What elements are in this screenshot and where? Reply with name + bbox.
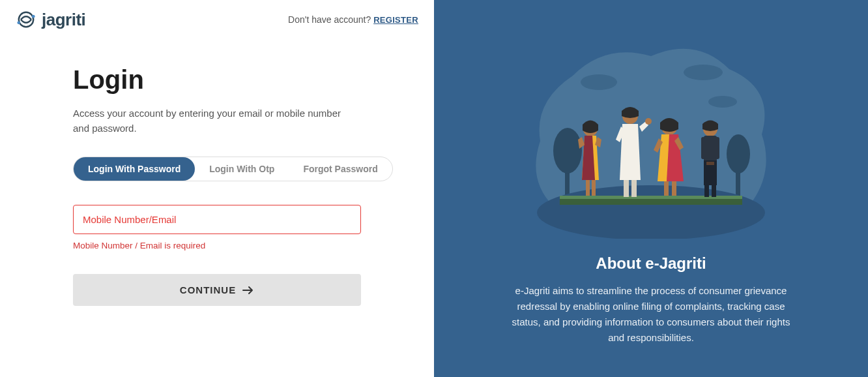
- jagriti-logo-icon: [16, 9, 36, 30]
- about-description: e-Jagriti aims to streamline the process…: [508, 283, 794, 346]
- svg-point-4: [684, 65, 723, 80]
- svg-rect-18: [631, 180, 637, 197]
- continue-label: CONTINUE: [180, 284, 236, 295]
- register-link[interactable]: REGISTER: [373, 15, 418, 25]
- svg-rect-26: [704, 185, 709, 197]
- arrow-right-icon: [242, 286, 254, 295]
- info-panel: About e-Jagriti e-Jagriti aims to stream…: [434, 0, 868, 377]
- svg-rect-29: [716, 137, 719, 159]
- continue-button[interactable]: CONTINUE: [73, 274, 361, 306]
- svg-rect-22: [672, 181, 676, 196]
- svg-point-9: [727, 134, 750, 173]
- brand-name: jagriti: [42, 10, 85, 30]
- login-title: Login: [73, 65, 361, 95]
- header: jagriti Don't have account? REGISTER: [0, 0, 434, 39]
- svg-point-19: [645, 118, 652, 125]
- tab-login-otp[interactable]: Login With Otp: [195, 157, 289, 181]
- no-account-text: Don't have account?: [288, 14, 373, 25]
- svg-rect-17: [624, 180, 629, 197]
- svg-point-7: [553, 128, 582, 173]
- svg-rect-11: [560, 198, 742, 205]
- tab-forgot-password[interactable]: Forgot Password: [289, 157, 392, 181]
- svg-rect-21: [664, 181, 669, 196]
- svg-point-5: [708, 96, 737, 108]
- login-form: Login Access your account by entering yo…: [0, 39, 434, 306]
- tab-login-password[interactable]: Login With Password: [74, 157, 195, 181]
- svg-rect-24: [704, 136, 717, 162]
- svg-point-3: [581, 74, 617, 90]
- login-subtitle: Access your account by entering your ema…: [73, 106, 360, 136]
- validation-error: Mobile Number / Email is required: [73, 241, 361, 250]
- svg-rect-28: [701, 137, 705, 159]
- svg-rect-15: [592, 180, 596, 196]
- mobile-email-input[interactable]: [73, 205, 361, 234]
- svg-rect-14: [586, 180, 590, 196]
- login-tabs: Login With Password Login With Otp Forgo…: [73, 157, 393, 181]
- about-title: About e-Jagriti: [596, 254, 706, 273]
- people-illustration: [514, 23, 788, 239]
- login-panel: jagriti Don't have account? REGISTER Log…: [0, 0, 434, 377]
- svg-rect-30: [706, 162, 714, 165]
- register-prompt: Don't have account? REGISTER: [288, 14, 418, 25]
- svg-point-10: [537, 185, 765, 239]
- svg-rect-27: [712, 185, 716, 197]
- svg-point-1: [17, 21, 20, 24]
- brand-logo[interactable]: jagriti: [16, 9, 85, 30]
- svg-point-2: [32, 15, 35, 18]
